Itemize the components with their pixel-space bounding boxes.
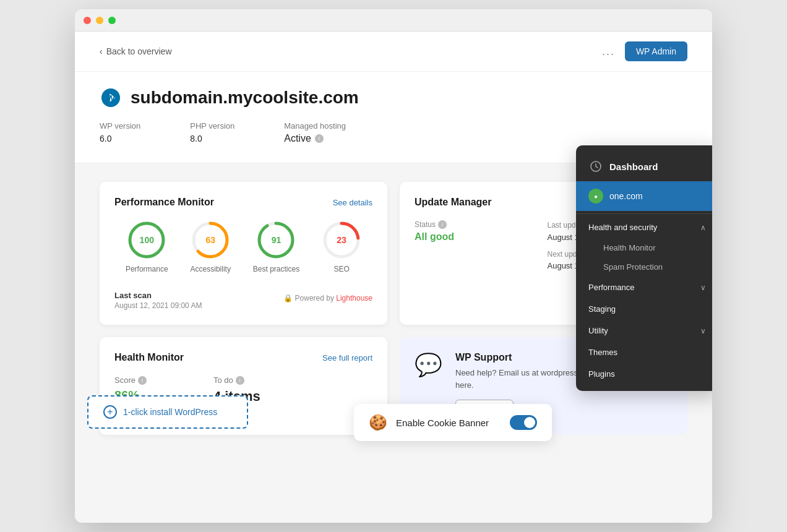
scores-row: 100 Performance 63 Access bbox=[114, 220, 372, 273]
performance-label: Performance bbox=[588, 283, 634, 292]
cookie-toggle[interactable] bbox=[510, 415, 537, 430]
utility-chevron-icon: ∨ bbox=[700, 327, 706, 335]
hosting-status-value: Active bbox=[284, 133, 311, 144]
score-label-seo: SEO bbox=[333, 265, 349, 273]
hosting-label: Managed hosting bbox=[284, 121, 346, 131]
php-version-item: PHP version 8.0 bbox=[190, 121, 234, 144]
install-wordpress-banner[interactable]: + 1-click install WordPress bbox=[87, 395, 248, 429]
site-title: subdomain.mycoolsite.com bbox=[131, 88, 359, 108]
dashboard-label: Dashboard bbox=[609, 161, 658, 172]
back-to-overview-link[interactable]: ‹ Back to overview bbox=[100, 46, 172, 56]
onecom-icon: ● bbox=[588, 189, 603, 204]
sidebar-utility-section[interactable]: Utility ∨ bbox=[576, 320, 712, 341]
dashboard-icon bbox=[588, 159, 603, 174]
sidebar-menu: Dashboard ● one.com Health and security … bbox=[576, 145, 712, 391]
wp-version-value: 6.0 bbox=[100, 134, 111, 144]
score-best-practices: 91 Best practices bbox=[253, 220, 299, 273]
back-link-label: Back to overview bbox=[106, 46, 172, 56]
browser-titlebar bbox=[75, 9, 712, 32]
site-title-row: W subdomain.mycoolsite.com bbox=[100, 87, 687, 109]
health-score-info-icon[interactable]: i bbox=[138, 376, 147, 385]
score-circle-accessibility: 63 bbox=[191, 220, 230, 260]
plus-circle-icon: + bbox=[103, 405, 117, 419]
spam-protection-label: Spam Protection bbox=[603, 262, 663, 272]
status-info-icon[interactable]: i bbox=[438, 220, 447, 229]
site-meta: WP version 6.0 PHP version 8.0 Managed h… bbox=[100, 121, 687, 144]
score-value-seo: 23 bbox=[337, 235, 346, 245]
powered-by-label: Powered by bbox=[295, 294, 334, 302]
php-version-value: 8.0 bbox=[190, 134, 202, 144]
score-value-accessibility: 63 bbox=[205, 235, 215, 245]
health-score-label: Score i bbox=[114, 375, 189, 385]
health-monitor-label: Health Monitor bbox=[603, 243, 656, 252]
update-card-title: Update Manager bbox=[415, 197, 491, 208]
sidebar-plugins-section[interactable]: Plugins bbox=[576, 363, 712, 385]
performance-card-header: Performance Monitor See details bbox=[114, 197, 372, 208]
scan-footer: Last scan August 12, 2021 09:00 AM 🔒 Pow… bbox=[114, 286, 372, 310]
browser-dot-red bbox=[84, 17, 91, 24]
plugins-label: Plugins bbox=[588, 369, 615, 379]
status-good: All good bbox=[415, 231, 540, 242]
score-seo: 23 SEO bbox=[322, 220, 361, 273]
more-options-button[interactable]: ... bbox=[602, 45, 615, 58]
hosting-status: Active i bbox=[284, 133, 346, 144]
wordpress-logo: W bbox=[100, 87, 122, 109]
staging-label: Staging bbox=[588, 304, 616, 314]
utility-label: Utility bbox=[588, 326, 608, 335]
wp-admin-button[interactable]: WP Admin bbox=[625, 41, 687, 61]
sidebar-health-security-section[interactable]: Health and security ∧ bbox=[576, 217, 712, 238]
score-label-best-practices: Best practices bbox=[253, 265, 299, 273]
last-scan-date: August 12, 2021 09:00 AM bbox=[114, 301, 202, 310]
support-chat-icon: 💬 bbox=[415, 352, 445, 378]
browser-dot-green bbox=[108, 17, 116, 24]
cookie-banner: 🍪 Enable Cookie Banner bbox=[354, 404, 552, 441]
lighthouse-link[interactable]: Lighthouse bbox=[336, 294, 372, 302]
performance-monitor-card: Performance Monitor See details 100 bbox=[100, 182, 387, 325]
hosting-info-icon[interactable]: i bbox=[315, 134, 324, 143]
score-value-best-practices: 91 bbox=[272, 235, 282, 245]
health-card-header: Health Monitor See full report bbox=[114, 352, 372, 363]
top-bar: ‹ Back to overview ... WP Admin bbox=[75, 32, 712, 72]
sidebar-staging-section[interactable]: Staging bbox=[576, 298, 712, 320]
performance-see-details-link[interactable]: See details bbox=[333, 198, 372, 207]
sidebar-themes-section[interactable]: Themes bbox=[576, 341, 712, 363]
score-circle-best-practices: 91 bbox=[256, 220, 296, 260]
health-full-report-link[interactable]: See full report bbox=[322, 353, 372, 363]
sidebar-spam-protection-item[interactable]: Spam Protection bbox=[576, 257, 712, 277]
score-circle-seo: 23 bbox=[322, 220, 361, 260]
performance-card-title: Performance Monitor bbox=[114, 197, 214, 208]
score-circle-performance: 100 bbox=[127, 220, 166, 260]
sidebar-health-monitor-item[interactable]: Health Monitor bbox=[576, 238, 712, 257]
sidebar-divider-1 bbox=[576, 213, 712, 214]
health-card-title: Health Monitor bbox=[114, 352, 184, 363]
health-todo-info-icon[interactable]: i bbox=[236, 376, 244, 385]
score-accessibility: 63 Accessibility bbox=[191, 220, 231, 273]
top-bar-right: ... WP Admin bbox=[602, 41, 687, 61]
score-label-performance: Performance bbox=[126, 265, 168, 273]
performance-chevron-icon: ∨ bbox=[700, 283, 706, 292]
health-security-label: Health and security bbox=[588, 223, 657, 232]
hosting-item: Managed hosting Active i bbox=[284, 121, 346, 144]
php-version-label: PHP version bbox=[190, 121, 234, 131]
onecom-label: one.com bbox=[609, 191, 643, 201]
last-scan: Last scan August 12, 2021 09:00 AM bbox=[114, 291, 202, 310]
health-todo-label: To do i bbox=[213, 375, 260, 385]
back-arrow-icon: ‹ bbox=[100, 46, 103, 56]
themes-label: Themes bbox=[588, 348, 617, 357]
score-label-accessibility: Accessibility bbox=[191, 265, 231, 273]
cookie-banner-label: Enable Cookie Banner bbox=[396, 418, 501, 428]
update-status-item: Status i All good bbox=[415, 220, 540, 242]
sidebar-onecom-item[interactable]: ● one.com bbox=[576, 181, 712, 211]
sidebar-dashboard-item[interactable]: Dashboard bbox=[576, 152, 712, 181]
sidebar-performance-section[interactable]: Performance ∨ bbox=[576, 277, 712, 298]
score-performance: 100 Performance bbox=[126, 220, 168, 273]
install-wordpress-label: 1-click install WordPress bbox=[123, 407, 217, 417]
last-scan-title: Last scan bbox=[114, 291, 202, 300]
browser-dot-yellow bbox=[96, 17, 103, 24]
browser-window: ‹ Back to overview ... WP Admin W subdom… bbox=[75, 9, 712, 523]
score-value-performance: 100 bbox=[140, 235, 154, 245]
status-label: Status i bbox=[415, 220, 540, 229]
cookie-icon: 🍪 bbox=[369, 414, 387, 431]
wp-version-item: WP version 6.0 bbox=[100, 121, 140, 144]
powered-by: 🔒 Powered by Lighthouse bbox=[283, 294, 372, 302]
